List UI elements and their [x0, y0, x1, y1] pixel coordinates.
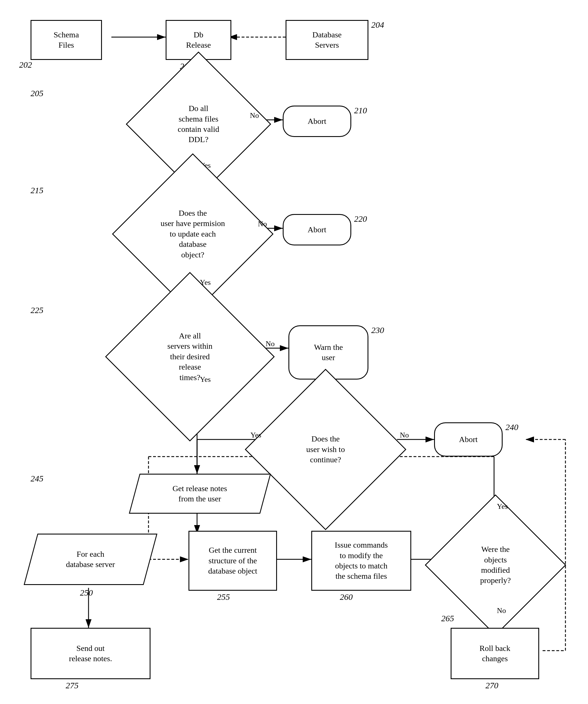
ref-205: 205 — [31, 89, 43, 98]
send-release-notes-label: Send outrelease notes. — [69, 643, 112, 664]
diagram-container: SchemaFiles 202 DbRelease 200 DatabaseSe… — [0, 0, 588, 704]
roll-back-label: Roll backchanges — [479, 643, 510, 664]
for-each-server-box: For eachdatabase server — [24, 534, 157, 585]
diamond-215: Does theuser have permisionto update eac… — [111, 183, 274, 285]
diamond-265-label: Were theobjectsmodifiedproperly? — [480, 544, 511, 586]
database-servers-box: DatabaseServers — [285, 20, 368, 60]
diamond-265: Were theobjectsmodifiedproperly? — [437, 517, 554, 613]
ref-204: 204 — [371, 20, 384, 30]
ref-270: 270 — [485, 681, 498, 690]
diamond-205-label: Do allschema filescontain validDDL? — [178, 103, 219, 145]
ref-265: 265 — [441, 613, 454, 623]
get-release-notes-box: Get release notesfrom the user — [129, 474, 271, 514]
diamond-205: Do allschema filescontain validDDL? — [126, 83, 271, 166]
database-servers-label: DatabaseServers — [312, 30, 342, 51]
no-label-205: No — [250, 111, 259, 120]
diamond-225: Are allservers withintheir desiredreleas… — [109, 302, 271, 411]
abort-240-label: Abort — [459, 434, 478, 445]
abort-220-label: Abort — [308, 225, 326, 235]
issue-commands-label: Issue commandsto modify theobjects to ma… — [335, 540, 388, 582]
issue-commands-box: Issue commandsto modify theobjects to ma… — [311, 531, 411, 591]
ref-210: 210 — [354, 106, 367, 115]
ref-275: 275 — [66, 681, 78, 690]
diamond-215-label: Does theuser have permisionto update eac… — [160, 208, 225, 260]
diamond-225-label: Are allservers withintheir desiredreleas… — [167, 331, 212, 383]
yes-label-265: Yes — [497, 502, 508, 511]
ref-255: 255 — [217, 592, 230, 602]
abort-220-box: Abort — [283, 214, 351, 245]
roll-back-box: Roll backchanges — [450, 628, 539, 679]
schema-files-box: SchemaFiles — [31, 20, 102, 60]
ref-245: 245 — [31, 474, 43, 483]
abort-210-box: Abort — [283, 106, 351, 137]
schema-files-label: SchemaFiles — [54, 30, 79, 51]
abort-210-label: Abort — [308, 116, 326, 126]
no-label-265: No — [497, 606, 506, 615]
ref-220: 220 — [354, 214, 367, 224]
diamond-235: Does theuser wish tocontinue? — [249, 408, 403, 491]
ref-202: 202 — [19, 60, 32, 70]
send-release-notes-box: Send outrelease notes. — [31, 628, 151, 679]
no-label-225: No — [266, 340, 275, 348]
yes-label-235: Yes — [251, 431, 261, 439]
ref-250: 250 — [80, 588, 93, 597]
ref-215-label: 215 — [31, 185, 43, 195]
ref-225-label: 225 — [31, 305, 43, 315]
get-current-structure-label: Get the currentstructure of thedatabase … — [208, 545, 257, 576]
ref-240: 240 — [505, 422, 518, 432]
ref-230: 230 — [371, 325, 384, 335]
db-release-label: DbRelease — [186, 30, 211, 51]
for-each-server-label: For eachdatabase server — [66, 549, 115, 570]
no-label-215: No — [258, 220, 267, 228]
ref-260: 260 — [340, 592, 353, 602]
abort-240-box: Abort — [434, 422, 502, 457]
no-label-235: No — [400, 431, 409, 439]
diamond-235-label: Does theuser wish tocontinue? — [306, 434, 345, 465]
get-release-notes-label: Get release notesfrom the user — [172, 483, 227, 504]
get-current-structure-box: Get the currentstructure of thedatabase … — [189, 531, 277, 591]
warn-user-label: Warn theuser — [314, 342, 343, 363]
